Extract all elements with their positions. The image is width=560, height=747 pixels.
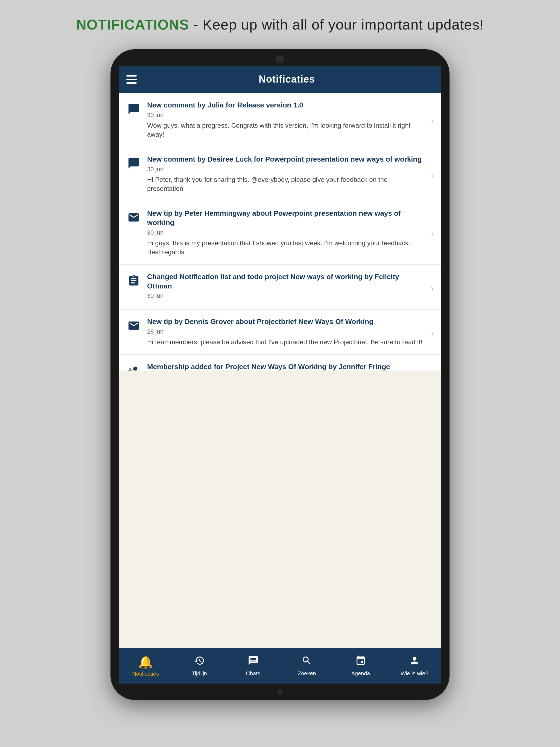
bottom-nav: 🔔 Notificaties Tijdlijn (119, 648, 441, 684)
empty-area (119, 370, 441, 648)
hamburger-line-2 (126, 79, 137, 80)
chevron-right-icon: › (431, 229, 434, 238)
notifications-list: New comment by Julia for Release version… (119, 93, 441, 370)
nav-item-wie-is-wie[interactable]: Wie is wie? (387, 648, 441, 684)
chat-bubble-icon (126, 156, 141, 171)
bell-icon: 🔔 (138, 655, 153, 669)
nav-label-chats: Chats (246, 670, 260, 677)
notif-title-4: Changed Notification list and todo proje… (147, 272, 425, 291)
notification-item[interactable]: Membership added for Project New Ways Of… (119, 355, 441, 370)
nav-item-tijdlijn[interactable]: Tijdlijn (173, 648, 226, 684)
nav-label-zoeken: Zoeken (298, 670, 316, 677)
chevron-right-icon: › (431, 284, 434, 293)
notif-date-3: 30 jun (147, 229, 425, 236)
calendar-icon (355, 655, 366, 669)
chevron-right-icon: › (431, 116, 434, 126)
notif-body-5: Hi teammembers, please be advised that I… (147, 337, 425, 347)
notif-title-5: New tip by Dennis Grover about Projectbr… (147, 317, 425, 327)
notif-content-3: New tip by Peter Hemmingway about Powerp… (147, 209, 425, 257)
page-title: NOTIFICATIONS - Keep up with all of your… (76, 17, 484, 33)
search-icon (301, 655, 312, 669)
person-icon (409, 655, 420, 669)
chat-icon (248, 655, 259, 669)
nav-label-wie-is-wie: Wie is wie? (401, 670, 428, 677)
page-wrapper: NOTIFICATIONS - Keep up with all of your… (0, 0, 560, 747)
nav-item-zoeken[interactable]: Zoeken (280, 648, 334, 684)
notif-body-2: Hi Peter, thank you for sharing this. @e… (147, 175, 425, 193)
notif-title-3: New tip by Peter Hemmingway about Powerp… (147, 209, 425, 228)
notification-item[interactable]: New tip by Peter Hemmingway about Powerp… (119, 201, 441, 265)
notif-body-1: Wow guys, what a progress. Congrats with… (147, 121, 425, 139)
nav-item-chats[interactable]: Chats (226, 648, 280, 684)
members-add-icon (126, 363, 141, 370)
notif-content-2: New comment by Desiree Luck for Powerpoi… (147, 155, 425, 193)
chevron-right-icon: › (431, 170, 434, 180)
nav-label-tijdlijn: Tijdlijn (192, 670, 207, 677)
nav-item-notificaties[interactable]: 🔔 Notificaties (119, 648, 173, 684)
notif-content-1: New comment by Julia for Release version… (147, 101, 425, 139)
notif-date-1: 30 jun (147, 111, 425, 119)
nav-item-agenda[interactable]: Agenda (334, 648, 388, 684)
hamburger-menu-button[interactable] (126, 75, 140, 84)
hamburger-line-3 (126, 82, 137, 84)
top-nav-title: Notificaties (140, 74, 434, 85)
notif-content-6: Membership added for Project New Ways Of… (147, 362, 425, 370)
tablet-home-button (278, 689, 282, 694)
tablet-camera (276, 55, 284, 63)
hamburger-line-1 (126, 75, 137, 77)
nav-label-agenda: Agenda (351, 670, 370, 677)
notif-title-6: Membership added for Project New Ways Of… (147, 362, 425, 370)
notif-date-4: 30 jun (147, 292, 425, 300)
notif-content-5: New tip by Dennis Grover about Projectbr… (147, 317, 425, 346)
notif-date-5: 28 jun (147, 328, 425, 335)
notification-item[interactable]: New tip by Dennis Grover about Projectbr… (119, 310, 441, 354)
history-icon (194, 655, 205, 669)
chat-bubble-icon (126, 102, 141, 117)
top-nav: Notificaties (119, 66, 441, 93)
notification-item[interactable]: New comment by Julia for Release version… (119, 93, 441, 147)
app-screen: Notificaties New comment by Julia for Re… (119, 66, 441, 684)
envelope-icon (126, 318, 141, 333)
notif-content-4: Changed Notification list and todo proje… (147, 272, 425, 302)
tablet-frame: Notificaties New comment by Julia for Re… (110, 49, 450, 700)
clipboard-icon (126, 274, 141, 288)
notification-item[interactable]: New comment by Desiree Luck for Powerpoi… (119, 147, 441, 201)
notif-date-2: 30 jun (147, 166, 425, 173)
chevron-right-icon: › (431, 328, 434, 338)
envelope-icon (126, 210, 141, 225)
notif-title-2: New comment by Desiree Luck for Powerpoi… (147, 155, 425, 164)
notif-body-3: Hi guys, this is my presentation that I … (147, 238, 425, 257)
notif-title-1: New comment by Julia for Release version… (147, 101, 425, 110)
nav-label-notificaties: Notificaties (132, 671, 159, 677)
notification-item[interactable]: Changed Notification list and todo proje… (119, 265, 441, 310)
